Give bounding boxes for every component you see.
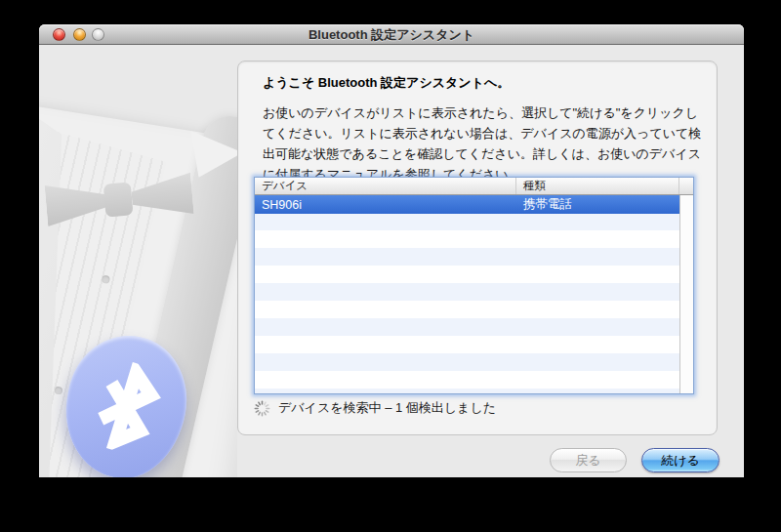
device-table[interactable]: デバイス 種類 SH906i 携帯電話	[254, 177, 694, 394]
column-header-device: デバイス	[255, 178, 516, 194]
search-status-text: デバイスを検索中 – 1 個検出しました	[278, 399, 496, 417]
table-row-selected[interactable]: SH906i 携帯電話	[255, 195, 679, 214]
titlebar[interactable]: Bluetooth 設定アシスタント	[39, 24, 744, 45]
column-header-scroll-corner	[679, 178, 693, 194]
bluetooth-assistant-window: Bluetooth 設定アシスタント	[39, 24, 744, 477]
vertical-scrollbar-track[interactable]	[679, 195, 693, 393]
table-body[interactable]: SH906i 携帯電話	[255, 195, 693, 393]
content-panel: ようこそ Bluetooth 設定アシスタントへ。 お使いのデバイスがリストに表…	[237, 61, 718, 435]
setup-assistant-tuxedo-graphic	[39, 45, 237, 477]
instructions-text: お使いのデバイスがリストに表示されたら、選択して"続ける"をクリックしてください…	[263, 102, 704, 184]
continue-button[interactable]: 続ける	[641, 448, 719, 472]
column-header-type: 種類	[516, 178, 679, 194]
window-title: Bluetooth 設定アシスタント	[39, 24, 744, 45]
back-button: 戻る	[550, 448, 627, 472]
table-header: デバイス 種類	[255, 178, 693, 195]
device-name-cell: SH906i	[255, 198, 516, 212]
progress-spinner-icon	[254, 400, 270, 417]
search-status-row: デバイスを検索中 – 1 個検出しました	[254, 399, 496, 417]
screen: Bluetooth 設定アシスタント	[0, 0, 781, 532]
welcome-heading: ようこそ Bluetooth 設定アシスタントへ。	[263, 74, 510, 92]
device-type-cell: 携帯電話	[516, 196, 679, 213]
